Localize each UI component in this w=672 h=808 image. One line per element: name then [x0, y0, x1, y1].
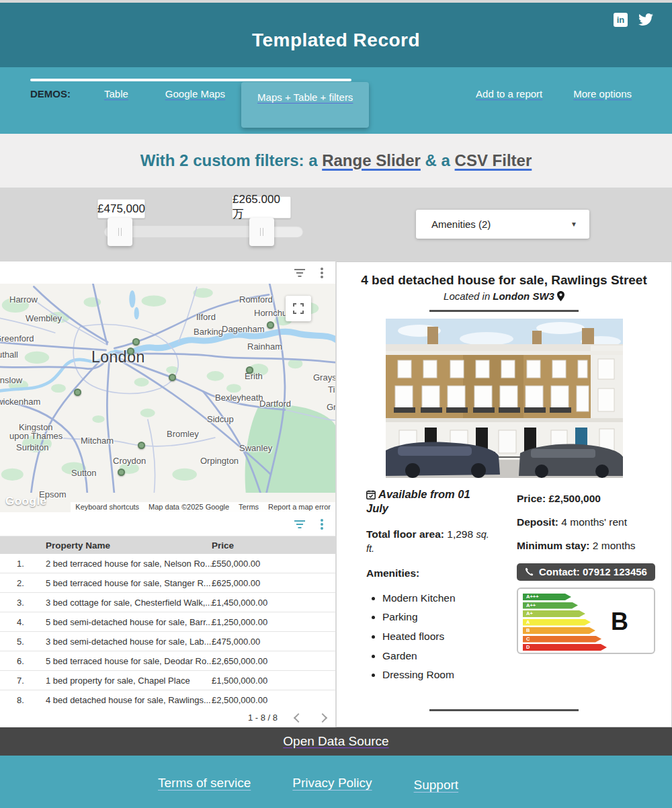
heading-middle: & a: [421, 151, 455, 169]
pagination-prev-icon[interactable]: [294, 713, 303, 722]
price-label: Price:: [517, 493, 546, 504]
map-terms-link[interactable]: Terms: [234, 502, 263, 512]
map-label: Dartford: [259, 399, 291, 409]
table-row[interactable]: 1.2 bed terraced house for sale, Nelson …: [0, 554, 335, 573]
map-marker[interactable]: [246, 366, 253, 374]
map-marker[interactable]: [138, 442, 145, 449]
phone-icon: [525, 567, 534, 576]
tab-table[interactable]: Table: [104, 88, 128, 99]
map-fullscreen-button[interactable]: [286, 296, 311, 321]
range-slider-max-handle[interactable]: [249, 218, 274, 246]
kebab-menu-icon[interactable]: [321, 519, 323, 530]
map-marker[interactable]: [127, 348, 134, 355]
filter-controls-band: £475,000 £265.000万 Amenities (2) ▼: [0, 188, 672, 261]
map-label: Croydon: [113, 456, 146, 466]
col-property-name[interactable]: Property Name: [46, 540, 212, 551]
map-report-error-link[interactable]: Report a map error: [263, 502, 335, 512]
epc-rating: B: [611, 608, 628, 636]
filters-heading: With 2 custom filters: a Range Slider & …: [140, 151, 532, 170]
more-options-link[interactable]: More options: [573, 88, 632, 99]
support-link[interactable]: Support: [414, 778, 459, 793]
google-logo[interactable]: Google: [5, 495, 47, 508]
pagination-range: 1 - 8 / 8: [248, 713, 278, 723]
map-marker[interactable]: [132, 338, 140, 346]
map-label: Greenford: [0, 333, 34, 344]
footer: Terms of service Privacy Policy Support: [0, 756, 672, 808]
map-label: Dagenham: [222, 324, 265, 334]
filters-heading-band: With 2 custom filters: a Range Slider & …: [0, 134, 672, 188]
map-marker[interactable]: [118, 469, 125, 476]
epc-chart: A+++ A++ A+ A B C D B: [517, 588, 655, 654]
heading-prefix: With 2 custom filters: a: [140, 151, 323, 169]
open-data-source-link[interactable]: Open Data Source: [283, 734, 388, 749]
kebab-menu-icon[interactable]: [321, 268, 323, 278]
map-label-london: London: [91, 348, 145, 366]
map-attribution: Keyboard shortcuts Map data ©2025 Google…: [71, 502, 335, 512]
map-label: Wembley: [26, 313, 62, 323]
divider: [429, 310, 579, 312]
map-toolbar: [0, 261, 335, 284]
table-row[interactable]: 6.5 bed terraced house for sale, Deodar …: [0, 651, 335, 671]
table-row[interactable]: 4.5 bed semi-detached house for sale, Ba…: [0, 612, 335, 632]
table-row[interactable]: 2.5 bed terraced house for sale, Stanger…: [0, 573, 335, 593]
table-row[interactable]: 7.1 bed property for sale, Chapel Place£…: [0, 671, 335, 690]
filter-icon[interactable]: [294, 269, 306, 277]
map-marker[interactable]: [267, 321, 274, 329]
amenity-item: Modern Kitchen: [382, 589, 493, 608]
map-marker[interactable]: [169, 374, 176, 381]
twitter-icon[interactable]: [638, 12, 653, 27]
deposit-label: Deposit:: [517, 516, 558, 528]
amenities-label: Amenities:: [366, 567, 493, 579]
map-label: Bexleyheath: [215, 393, 263, 403]
amenities-dropdown[interactable]: Amenities (2) ▼: [416, 210, 589, 239]
epc-band: C: [523, 636, 601, 643]
map-label: Gravesend: [327, 402, 335, 412]
terms-of-service-link[interactable]: Terms of service: [158, 776, 251, 791]
map-label: Bromley: [167, 429, 199, 439]
map-label: Twickenham: [0, 397, 40, 407]
divider: [429, 709, 579, 711]
table-row[interactable]: 3.3 bed cottage for sale, Chesterfield W…: [0, 593, 335, 612]
epc-band: A+: [523, 610, 585, 617]
map-data-text: Map data ©2025 Google: [144, 502, 234, 512]
map-label: Mitcham: [81, 436, 114, 446]
filter-icon[interactable]: [294, 520, 306, 528]
map-label: Ilford: [196, 312, 216, 322]
deposit-value: 4 months' rent: [561, 516, 627, 528]
csv-filter-link[interactable]: CSV Filter: [455, 151, 532, 169]
add-to-report-link[interactable]: Add to a report: [476, 88, 542, 99]
amenities-list: Modern Kitchen Parking Heated floors Gar…: [366, 589, 493, 685]
range-slider-link[interactable]: Range Slider: [322, 151, 421, 169]
pagination-next-icon[interactable]: [318, 713, 327, 722]
tab-google-maps[interactable]: Google Maps: [165, 88, 225, 99]
map-label: Hounslow: [0, 375, 22, 385]
tab-maps-table-filters-label[interactable]: Maps + Table + filters: [257, 91, 353, 103]
contact-button[interactable]: Contact: 07912 123456: [517, 563, 655, 581]
linkedin-icon[interactable]: in: [614, 13, 628, 27]
col-price[interactable]: Price: [212, 540, 335, 551]
data-source-bar: Open Data Source: [0, 727, 672, 756]
map-marker[interactable]: [74, 389, 81, 396]
amenity-item: Dressing Room: [382, 665, 493, 685]
availability: Available from 01 July: [366, 487, 493, 516]
map-label: Southall: [0, 350, 18, 360]
range-min-value: £475,000: [97, 199, 145, 218]
epc-band: A: [523, 619, 591, 626]
privacy-policy-link[interactable]: Privacy Policy: [292, 776, 372, 791]
availability-text: Available from 01 July: [366, 488, 470, 514]
range-slider-track[interactable]: [104, 226, 303, 237]
table-pagination: 1 - 8 / 8: [0, 707, 335, 728]
map-label: Orpington: [200, 456, 239, 466]
location-value: London SW3: [493, 290, 554, 302]
min-stay-row: Minimum stay: 2 months: [517, 540, 655, 552]
floor-area-value: 1,298: [447, 528, 473, 540]
keyboard-shortcuts-link[interactable]: Keyboard shortcuts: [71, 502, 144, 512]
google-map[interactable]: Harrow Wembley Greenford Southall Hounsl…: [0, 284, 335, 512]
table-toolbar: [0, 512, 335, 536]
table-row[interactable]: 5.3 bed semi-detached house for sale, La…: [0, 632, 335, 651]
contact-text: Contact: 07912 123456: [539, 566, 647, 577]
table-row[interactable]: 8.4 bed detached house for sale, Rawling…: [0, 690, 335, 707]
range-slider-min-handle[interactable]: [108, 218, 132, 246]
tab-maps-table-filters[interactable]: Maps + Table + filters: [241, 82, 369, 128]
map-label: Grays: [313, 372, 335, 382]
